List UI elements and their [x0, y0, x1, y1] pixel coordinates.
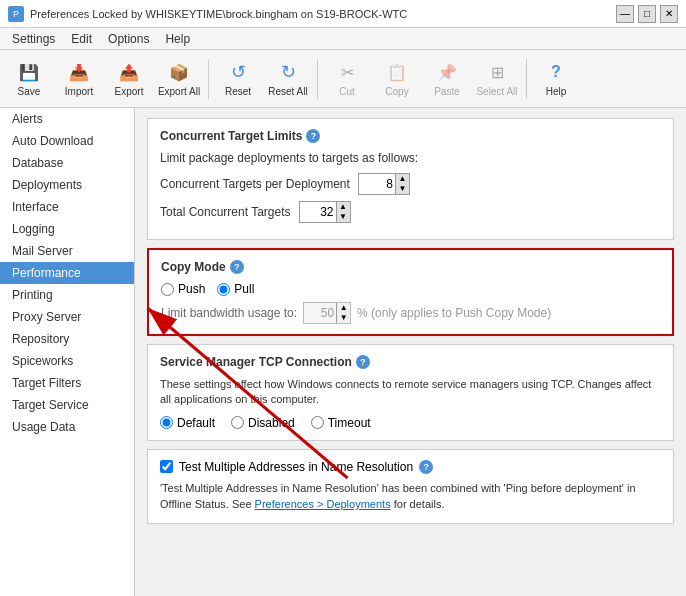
sidebar-item-printing[interactable]: Printing — [0, 284, 134, 306]
import-label: Import — [65, 86, 93, 97]
total-concurrent-label: Total Concurrent Targets — [160, 205, 291, 219]
reset-label: Reset — [225, 86, 251, 97]
save-button[interactable]: Save — [6, 56, 52, 102]
menu-options[interactable]: Options — [100, 30, 157, 48]
tcp-disabled-radio-label[interactable]: Disabled — [231, 416, 295, 430]
push-radio-label[interactable]: Push — [161, 282, 205, 296]
total-concurrent-down-btn[interactable]: ▼ — [336, 212, 350, 222]
sidebar-item-deployments[interactable]: Deployments — [0, 174, 134, 196]
tcp-disabled-label: Disabled — [248, 416, 295, 430]
tcp-description: These settings affect how Windows connec… — [160, 377, 661, 408]
bandwidth-down-btn[interactable]: ▼ — [336, 313, 350, 323]
cut-button[interactable]: Cut — [324, 56, 370, 102]
sidebar-item-proxy-server[interactable]: Proxy Server — [0, 306, 134, 328]
per-deployment-input[interactable]: ▲ ▼ — [358, 173, 410, 195]
sidebar-item-spiceworks[interactable]: Spiceworks — [0, 350, 134, 372]
concurrent-targets-help-icon[interactable]: ? — [306, 129, 320, 143]
push-label: Push — [178, 282, 205, 296]
copy-mode-help-icon[interactable]: ? — [230, 260, 244, 274]
title-bar: P Preferences Locked by WHISKEYTIME\broc… — [0, 0, 686, 28]
bandwidth-up-btn[interactable]: ▲ — [336, 303, 350, 313]
reset-icon — [226, 60, 250, 84]
cut-label: Cut — [339, 86, 355, 97]
copy-mode-section: Copy Mode ? Push Pull Limit bandwidth us… — [147, 248, 674, 336]
total-concurrent-spin-btns: ▲ ▼ — [336, 202, 350, 222]
help-label: Help — [546, 86, 567, 97]
total-concurrent-input[interactable]: ▲ ▼ — [299, 201, 351, 223]
copy-label: Copy — [385, 86, 408, 97]
content-wrapper: Concurrent Target Limits ? Limit package… — [135, 108, 686, 596]
content-area: Concurrent Target Limits ? Limit package… — [135, 108, 686, 542]
copy-button[interactable]: Copy — [374, 56, 420, 102]
tcp-default-radio-label[interactable]: Default — [160, 416, 215, 430]
test-multiple-help-icon[interactable]: ? — [419, 460, 433, 474]
sidebar-item-auto-download[interactable]: Auto Download — [0, 130, 134, 152]
sidebar-item-target-filters[interactable]: Target Filters — [0, 372, 134, 394]
sidebar-item-logging[interactable]: Logging — [0, 218, 134, 240]
sidebar-item-target-service[interactable]: Target Service — [0, 394, 134, 416]
per-deployment-up-btn[interactable]: ▲ — [395, 174, 409, 184]
bandwidth-row: Limit bandwidth usage to: ▲ ▼ % (only ap… — [161, 302, 660, 324]
tcp-disabled-radio[interactable] — [231, 416, 244, 429]
per-deployment-value[interactable] — [359, 174, 395, 194]
copy-mode-radio-group: Push Pull — [161, 282, 660, 296]
sidebar-item-mail-server[interactable]: Mail Server — [0, 240, 134, 262]
sidebar-item-database[interactable]: Database — [0, 152, 134, 174]
save-label: Save — [18, 86, 41, 97]
menu-edit[interactable]: Edit — [63, 30, 100, 48]
sidebar-item-alerts[interactable]: Alerts — [0, 108, 134, 130]
select-all-label: Select All — [476, 86, 517, 97]
push-radio[interactable] — [161, 283, 174, 296]
sidebar-item-usage-data[interactable]: Usage Data — [0, 416, 134, 438]
bandwidth-value[interactable] — [304, 304, 336, 322]
sidebar-item-interface[interactable]: Interface — [0, 196, 134, 218]
maximize-button[interactable]: □ — [638, 5, 656, 23]
export-all-label: Export All — [158, 86, 200, 97]
pull-radio-label[interactable]: Pull — [217, 282, 254, 296]
save-icon — [17, 60, 41, 84]
tcp-timeout-radio[interactable] — [311, 416, 324, 429]
toolbar: Save Import Export Export All Reset Rese… — [0, 50, 686, 108]
close-button[interactable]: ✕ — [660, 5, 678, 23]
tcp-timeout-radio-label[interactable]: Timeout — [311, 416, 371, 430]
menu-bar: Settings Edit Options Help — [0, 28, 686, 50]
select-all-icon — [485, 60, 509, 84]
export-all-icon — [167, 60, 191, 84]
test-multiple-checkbox[interactable] — [160, 460, 173, 473]
select-all-button[interactable]: Select All — [474, 56, 520, 102]
pull-label: Pull — [234, 282, 254, 296]
menu-help[interactable]: Help — [157, 30, 198, 48]
export-all-button[interactable]: Export All — [156, 56, 202, 102]
tcp-default-radio[interactable] — [160, 416, 173, 429]
pull-radio[interactable] — [217, 283, 230, 296]
title-bar-controls: — □ ✕ — [616, 5, 678, 23]
total-concurrent-up-btn[interactable]: ▲ — [336, 202, 350, 212]
sidebar-item-performance[interactable]: Performance — [0, 262, 134, 284]
help-button[interactable]: Help — [533, 56, 579, 102]
reset-button[interactable]: Reset — [215, 56, 261, 102]
bandwidth-input[interactable]: ▲ ▼ — [303, 302, 351, 324]
per-deployment-spin-btns: ▲ ▼ — [395, 174, 409, 194]
import-icon — [67, 60, 91, 84]
total-concurrent-value[interactable] — [300, 202, 336, 222]
help-icon — [544, 60, 568, 84]
title-bar-title: Preferences Locked by WHISKEYTIME\brock.… — [30, 8, 407, 20]
import-button[interactable]: Import — [56, 56, 102, 102]
tcp-help-icon[interactable]: ? — [356, 355, 370, 369]
menu-settings[interactable]: Settings — [4, 30, 63, 48]
bandwidth-suffix: % (only applies to Push Copy Mode) — [357, 306, 551, 320]
reset-all-label: Reset All — [268, 86, 307, 97]
tcp-connection-section: Service Manager TCP Connection ? These s… — [147, 344, 674, 441]
sidebar-item-repository[interactable]: Repository — [0, 328, 134, 350]
separator-3 — [526, 59, 527, 99]
minimize-button[interactable]: — — [616, 5, 634, 23]
paste-label: Paste — [434, 86, 460, 97]
reset-all-button[interactable]: Reset All — [265, 56, 311, 102]
preferences-deployments-link[interactable]: Preferences > Deployments — [255, 498, 391, 510]
per-deployment-down-btn[interactable]: ▼ — [395, 184, 409, 194]
paste-button[interactable]: Paste — [424, 56, 470, 102]
copy-icon — [385, 60, 409, 84]
test-multiple-section: Test Multiple Addresses in Name Resoluti… — [147, 449, 674, 524]
export-button[interactable]: Export — [106, 56, 152, 102]
per-deployment-label: Concurrent Targets per Deployment — [160, 177, 350, 191]
